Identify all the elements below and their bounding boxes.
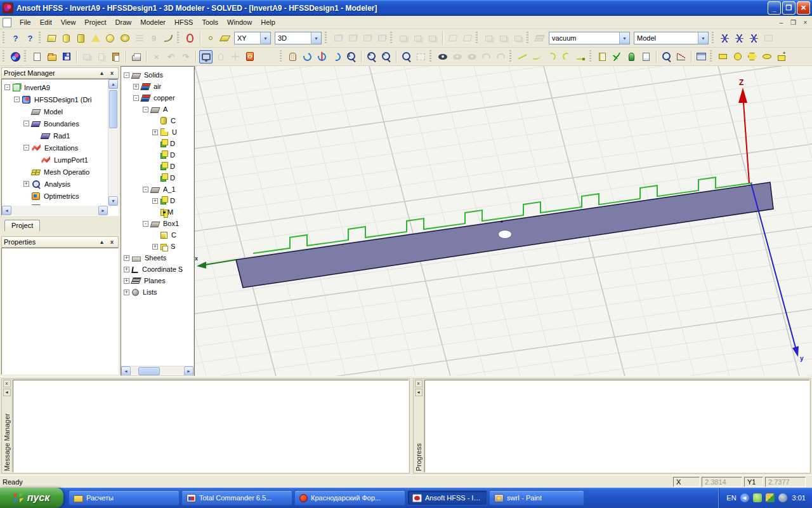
orient-view-button[interactable] bbox=[436, 50, 449, 64]
expand-icon[interactable]: + bbox=[23, 181, 29, 187]
expand-icon[interactable]: + bbox=[152, 130, 158, 135]
solver-profile-button[interactable] bbox=[639, 50, 653, 64]
draw-arc-3point-button[interactable] bbox=[560, 50, 573, 64]
menu-help[interactable]: Help bbox=[256, 17, 280, 27]
toolbar-grip[interactable] bbox=[280, 50, 283, 63]
mdi-close-button[interactable]: × bbox=[800, 18, 811, 27]
toolbar-grip[interactable] bbox=[429, 50, 433, 63]
open-file-button[interactable] bbox=[45, 50, 58, 64]
draw-region-button[interactable] bbox=[775, 50, 788, 64]
feed-ellipse-object[interactable] bbox=[499, 231, 512, 239]
tree-item-a[interactable]: -A bbox=[122, 104, 193, 115]
field-overlays-button[interactable] bbox=[660, 50, 673, 64]
zoom-in-button[interactable]: + bbox=[365, 50, 378, 64]
scrollbar-thumb[interactable] bbox=[109, 90, 117, 128]
tree-item-lists[interactable]: +Lists bbox=[122, 286, 193, 298]
rotate-current-axis-button[interactable] bbox=[315, 50, 329, 64]
save-file-button[interactable] bbox=[60, 50, 73, 64]
zoom-selection-button[interactable]: 1 bbox=[344, 50, 358, 64]
draw-sphere-button[interactable] bbox=[103, 32, 117, 45]
context-help-button[interactable]: ? bbox=[23, 32, 37, 45]
panel-collapse-icon[interactable]: ▴ bbox=[98, 70, 106, 76]
tree-item-boundaries[interactable]: -Boundaries bbox=[3, 117, 107, 130]
collapse-icon[interactable]: - bbox=[124, 72, 129, 78]
taskbar-task-total-commander[interactable]: Total Commander 6.5... bbox=[181, 490, 292, 505]
toolbar-grip[interactable] bbox=[509, 50, 513, 63]
validate-button[interactable] bbox=[610, 50, 624, 64]
tree-item-mesh-operatio[interactable]: Mesh Operatio bbox=[3, 166, 107, 178]
pan-button[interactable] bbox=[286, 50, 299, 64]
toolbar-grip[interactable] bbox=[24, 50, 27, 63]
menu-window[interactable]: Window bbox=[223, 17, 256, 27]
toolbar-grip[interactable] bbox=[589, 50, 593, 63]
tree-item-s[interactable]: +S bbox=[122, 241, 193, 252]
clock[interactable]: 3:01 bbox=[792, 494, 806, 502]
chevron-down-icon[interactable]: ▼ bbox=[311, 32, 321, 44]
project-tree-vscrollbar[interactable]: ▲ ▼ bbox=[108, 79, 118, 206]
tree-item-air[interactable]: +air bbox=[122, 81, 193, 92]
scroll-left-icon[interactable]: ◄ bbox=[121, 366, 131, 376]
draw-rectangle-button[interactable] bbox=[716, 50, 730, 64]
update-tray-icon[interactable] bbox=[778, 493, 787, 502]
scrollbar-thumb[interactable] bbox=[138, 367, 160, 375]
draw-box-button[interactable] bbox=[45, 32, 58, 45]
new-file-button[interactable] bbox=[30, 50, 44, 64]
draw-line-button[interactable] bbox=[516, 50, 529, 64]
tree-item-c[interactable]: C bbox=[122, 229, 193, 241]
tree-item-sheets[interactable]: +Sheets bbox=[122, 252, 193, 264]
copy-image-button[interactable] bbox=[695, 50, 708, 64]
collapse-icon[interactable]: - bbox=[143, 221, 148, 227]
toolbar-grip[interactable] bbox=[712, 32, 715, 44]
draw-torus-button[interactable] bbox=[118, 32, 131, 45]
expand-icon[interactable]: + bbox=[124, 255, 129, 261]
toolbar-grip[interactable] bbox=[476, 32, 479, 44]
taskbar-task-browser[interactable]: Краснодарский Фор... bbox=[294, 490, 405, 505]
draw-circle-button[interactable] bbox=[731, 50, 744, 64]
tree-item-d[interactable]: D bbox=[122, 149, 193, 161]
expand-icon[interactable]: + bbox=[152, 198, 158, 204]
draw-sweep-button[interactable] bbox=[162, 32, 175, 45]
tree-item-u[interactable]: +U bbox=[122, 126, 193, 138]
create-report-button[interactable] bbox=[674, 50, 688, 64]
model-tree-hscrollbar[interactable]: ◄ ► bbox=[121, 366, 193, 375]
toolbar-grip[interactable] bbox=[177, 32, 180, 44]
taskbar-task-ansoft[interactable]: Ansoft HFSS - Invert... bbox=[407, 490, 487, 505]
toolbar-grip[interactable] bbox=[39, 32, 42, 44]
collapse-icon[interactable]: - bbox=[4, 84, 10, 90]
tree-item-excitations[interactable]: -Excitations bbox=[3, 142, 107, 154]
rotate-model-center-button[interactable] bbox=[301, 50, 314, 64]
chevron-down-icon[interactable]: ▼ bbox=[698, 32, 708, 44]
tree-item-analysis[interactable]: +Analysis bbox=[3, 178, 107, 190]
menu-tools[interactable]: Tools bbox=[197, 17, 223, 27]
scroll-right-icon[interactable]: ► bbox=[98, 206, 108, 215]
collapse-icon[interactable]: - bbox=[14, 97, 20, 102]
paste-button[interactable] bbox=[109, 50, 122, 64]
menu-file[interactable]: File bbox=[15, 17, 36, 27]
expand-icon[interactable]: + bbox=[124, 278, 129, 284]
draw-spline-button[interactable] bbox=[530, 50, 544, 64]
tree-item-d[interactable]: D bbox=[122, 172, 193, 184]
draw-cylinder-button[interactable] bbox=[60, 32, 73, 45]
collapse-icon[interactable]: - bbox=[143, 107, 148, 112]
solution-data-button[interactable] bbox=[596, 50, 609, 64]
tree-item-optimetrics[interactable]: Optimetrics bbox=[3, 190, 107, 202]
tree-item-a-1[interactable]: -A_1 bbox=[122, 184, 193, 195]
set-working-cs-button[interactable] bbox=[733, 32, 746, 45]
scroll-right-icon[interactable]: ► bbox=[184, 366, 193, 376]
collapse-icon[interactable]: - bbox=[143, 187, 148, 192]
scroll-down-icon[interactable]: ▼ bbox=[108, 196, 118, 206]
language-indicator[interactable]: EN bbox=[726, 494, 736, 502]
tree-item-d[interactable]: +D bbox=[122, 195, 193, 206]
model-combo[interactable]: Model▼ bbox=[634, 32, 709, 44]
scroll-up-icon[interactable]: ▲ bbox=[108, 79, 118, 89]
dock-collapse-icon[interactable]: ◂ bbox=[415, 389, 422, 396]
draw-regular-polygon-button[interactable] bbox=[745, 50, 759, 64]
taskbar-task-paint[interactable]: swrI - Paint bbox=[489, 490, 584, 505]
toolbar-grip[interactable] bbox=[710, 50, 713, 63]
hfss-logo-button[interactable] bbox=[9, 50, 22, 64]
minimize-button[interactable]: _ bbox=[768, 1, 781, 15]
draw-plane-button[interactable] bbox=[218, 32, 232, 45]
toolbar-grip[interactable] bbox=[3, 32, 6, 44]
toolbar-grip[interactable] bbox=[325, 32, 328, 44]
tree-item-solids[interactable]: -Solids bbox=[122, 69, 193, 81]
